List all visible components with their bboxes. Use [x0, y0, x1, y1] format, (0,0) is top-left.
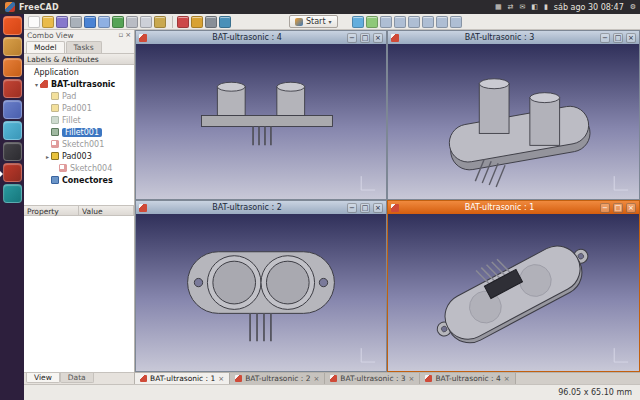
window-tab-4[interactable]: BAT-ultrasonic : 4 ×	[420, 373, 515, 384]
sketch-icon[interactable]	[177, 16, 189, 28]
workbench-selector-label: Start	[306, 17, 326, 26]
window-tab-2[interactable]: BAT-ultrasonic : 2 ×	[230, 373, 325, 384]
arduino-icon[interactable]	[3, 184, 22, 203]
expander-icon[interactable]: ▸	[44, 153, 51, 160]
value-column[interactable]: Value	[79, 206, 134, 215]
window-tab-label: BAT-ultrasonic : 2	[245, 374, 310, 383]
maximize-button[interactable]: □	[613, 203, 623, 213]
refresh-icon[interactable]	[112, 16, 124, 28]
axonometric-view-icon[interactable]	[366, 16, 378, 28]
tree-item-pad001[interactable]: Pad001	[24, 102, 134, 114]
amazon-icon[interactable]	[3, 79, 22, 98]
viewport-front[interactable]	[136, 44, 386, 199]
window-titlebar[interactable]: BAT-ultrasonic : 4 − □ ×	[136, 31, 386, 44]
close-tab-icon[interactable]: ×	[409, 375, 415, 383]
bottom-view-icon[interactable]	[436, 16, 448, 28]
toolbar-separator	[172, 16, 173, 28]
tree-item-fillet[interactable]: Fillet	[24, 114, 134, 126]
top-view-icon[interactable]	[394, 16, 406, 28]
macro-record-icon[interactable]	[205, 16, 217, 28]
top-panel: FreeCAD ▦ ⇄ ✉ ◧ ▮ sáb ago 30 08:47 ⚙	[0, 0, 640, 14]
tree-item-application[interactable]: Application	[24, 66, 134, 78]
expander-icon[interactable]: ▾	[33, 81, 40, 88]
tree-item-document[interactable]: ▾ BAT-ultrasonic	[24, 78, 134, 90]
float-panel-icon[interactable]: ▫	[118, 31, 123, 40]
paste-icon[interactable]	[154, 16, 166, 28]
print-icon[interactable]	[70, 16, 82, 28]
viewport-isometric[interactable]	[388, 44, 639, 199]
close-tab-icon[interactable]: ×	[504, 375, 510, 383]
ubuntu-software-icon[interactable]	[3, 121, 22, 140]
session-menu-icon[interactable]: ⚙	[630, 0, 636, 14]
window-bat-ultrasonic-4[interactable]: BAT-ultrasonic : 4 − □ ×	[135, 30, 387, 200]
window-bat-ultrasonic-1[interactable]: BAT-ultrasonic : 1 − □ ×	[387, 200, 640, 372]
right-view-icon[interactable]	[408, 16, 420, 28]
tree-item-conectores[interactable]: Conectores	[24, 174, 134, 186]
viewport-isometric-back[interactable]	[388, 214, 639, 371]
tree-item-pad[interactable]: Pad	[24, 90, 134, 102]
close-button[interactable]: ×	[373, 33, 383, 43]
network-icon[interactable]: ⇄	[508, 0, 514, 14]
messages-icon[interactable]: ✉	[519, 0, 525, 14]
close-button[interactable]: ×	[626, 203, 636, 213]
minimize-button[interactable]: −	[347, 203, 357, 213]
minimize-button[interactable]: −	[600, 33, 610, 43]
tree-item-pad003[interactable]: ▸ Pad003	[24, 150, 134, 162]
save-icon[interactable]	[56, 16, 68, 28]
window-tab-3[interactable]: BAT-ultrasonic : 3 ×	[325, 373, 420, 384]
workbench-selector[interactable]: Start ▾	[289, 15, 338, 28]
copy-icon[interactable]	[140, 16, 152, 28]
redo-icon[interactable]	[98, 16, 110, 28]
close-button[interactable]: ×	[373, 203, 383, 213]
property-column[interactable]: Property	[24, 206, 79, 215]
close-tab-icon[interactable]: ×	[313, 375, 319, 383]
window-tab-1[interactable]: BAT-ultrasonic : 1 ×	[135, 373, 230, 384]
minimize-button[interactable]: −	[347, 33, 357, 43]
clock[interactable]: sáb ago 30 08:47	[554, 3, 624, 12]
freecad-doc-icon	[391, 204, 399, 212]
keyboard-indicator-icon[interactable]: ▦	[495, 0, 502, 14]
property-header: Property Value	[24, 205, 134, 216]
maximize-button[interactable]: □	[360, 33, 370, 43]
maximize-button[interactable]: □	[613, 33, 623, 43]
front-view-icon[interactable]	[380, 16, 392, 28]
window-titlebar[interactable]: BAT-ultrasonic : 2 − □ ×	[136, 201, 386, 214]
minimize-button[interactable]: −	[600, 203, 610, 213]
left-view-icon[interactable]	[450, 16, 462, 28]
firefox-icon[interactable]	[3, 58, 22, 77]
fit-all-icon[interactable]	[352, 16, 364, 28]
dash-home-icon[interactable]	[3, 16, 22, 35]
window-bat-ultrasonic-2[interactable]: BAT-ultrasonic : 2 − □ ×	[135, 200, 387, 372]
viewport-front-flat[interactable]	[136, 214, 386, 371]
files-icon[interactable]	[3, 37, 22, 56]
new-file-icon[interactable]	[28, 16, 40, 28]
close-button[interactable]: ×	[626, 33, 636, 43]
tab-view[interactable]: View	[26, 373, 60, 383]
open-folder-icon[interactable]	[42, 16, 54, 28]
volume-icon[interactable]: ◧	[531, 0, 538, 14]
close-tab-icon[interactable]: ×	[218, 375, 224, 383]
tree-item-sketch001[interactable]: Sketch001	[24, 138, 134, 150]
maximize-button[interactable]: □	[360, 203, 370, 213]
tab-data[interactable]: Data	[60, 373, 94, 383]
indicator-area: ▦ ⇄ ✉ ◧ ▮ sáb ago 30 08:47 ⚙	[495, 0, 636, 14]
battery-icon[interactable]: ▮	[544, 0, 548, 14]
tree-item-sketch004[interactable]: Sketch004	[24, 162, 134, 174]
close-panel-icon[interactable]: ×	[125, 31, 131, 40]
window-bat-ultrasonic-3[interactable]: BAT-ultrasonic : 3 − □ ×	[387, 30, 640, 200]
undo-icon[interactable]	[84, 16, 96, 28]
libreoffice-writer-icon[interactable]	[3, 100, 22, 119]
tab-tasks[interactable]: Tasks	[66, 41, 102, 53]
tree-item-fillet001[interactable]: Fillet001	[24, 126, 134, 138]
part-icon[interactable]	[191, 16, 203, 28]
terminal-icon[interactable]	[3, 142, 22, 161]
rear-view-icon[interactable]	[422, 16, 434, 28]
freecad-doc-icon	[425, 375, 432, 382]
window-titlebar[interactable]: BAT-ultrasonic : 3 − □ ×	[388, 31, 639, 44]
tab-model[interactable]: Model	[26, 41, 65, 53]
property-table[interactable]	[24, 216, 134, 372]
freecad-launcher-icon[interactable]	[3, 163, 22, 182]
window-titlebar-active[interactable]: BAT-ultrasonic : 1 − □ ×	[388, 201, 639, 214]
python-console-icon[interactable]	[219, 16, 231, 28]
cut-icon[interactable]	[126, 16, 138, 28]
